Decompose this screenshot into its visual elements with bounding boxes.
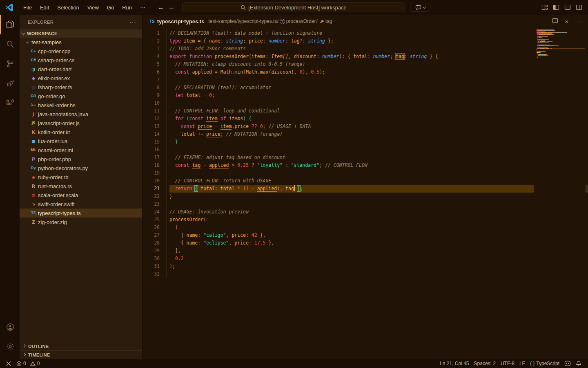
- cursor-position[interactable]: Ln 21, Col 45: [437, 359, 471, 368]
- toggle-secondary-sidebar-icon[interactable]: [576, 4, 582, 11]
- customize-layout-icon[interactable]: [541, 4, 548, 11]
- code-line-6[interactable]: 6 const applied = Math.min(Math.max(disc…: [143, 68, 588, 76]
- file-row-java-annotations.java[interactable]: Jjava-annotations.java: [20, 110, 142, 119]
- code-line-19[interactable]: 19: [143, 169, 588, 177]
- source-control-icon[interactable]: [0, 54, 20, 74]
- close-tab-icon[interactable]: ×: [565, 18, 568, 25]
- code-line-15[interactable]: 15 }: [143, 138, 588, 146]
- file-row-python-decorators.py[interactable]: Pypython-decorators.py: [20, 164, 142, 173]
- copilot-button[interactable]: [410, 3, 430, 12]
- file-row-go-order.go[interactable]: GOgo-order.go: [20, 92, 142, 101]
- code-line-17[interactable]: 17 // FIXEME: adjust tag based on discou…: [143, 154, 588, 162]
- code-line-3[interactable]: 3// TODO: add JSDoc comments: [143, 45, 588, 53]
- file-row-zig-order.zig[interactable]: Zzig-order.zig: [20, 218, 142, 227]
- code-line-9[interactable]: 9 let total = 0;: [143, 92, 588, 99]
- accounts-icon[interactable]: [0, 317, 20, 337]
- code-line-16[interactable]: 16: [143, 146, 588, 154]
- folder-row-test-samples[interactable]: test-samples: [20, 38, 142, 47]
- indentation-setting[interactable]: Spaces: 2: [472, 359, 498, 368]
- search-icon[interactable]: [0, 34, 20, 54]
- file-row-swift-order.swift[interactable]: ↘swift-order.swift: [20, 200, 142, 209]
- code-line-26[interactable]: 26 [: [143, 224, 588, 231]
- code-line-29[interactable]: 29 ],: [143, 247, 588, 255]
- breadcrumb-symbol[interactable]: processOrder: [286, 18, 316, 24]
- menu-[interactable]: ⋯: [136, 3, 149, 12]
- explorer-more-actions-icon[interactable]: ···: [129, 19, 136, 25]
- language-mode[interactable]: { } TypeScript: [528, 359, 562, 368]
- extensions-icon[interactable]: [0, 93, 20, 113]
- code-line-2[interactable]: 2type Item = { name: string; price: numb…: [143, 37, 588, 45]
- menu-run[interactable]: Run: [118, 3, 136, 12]
- code-line-31[interactable]: 31);: [143, 263, 588, 270]
- menu-edit[interactable]: Edit: [36, 3, 53, 12]
- code-line-14[interactable]: 14 total += price; // MUTATION (orange): [143, 130, 588, 138]
- run-debug-icon[interactable]: [0, 74, 20, 93]
- file-row-php-order.php[interactable]: Pphp-order.php: [20, 155, 142, 164]
- code-line-7[interactable]: 7: [143, 76, 588, 84]
- code-line-20[interactable]: 20 // CONTROL FLOW: return with USAGE: [143, 177, 588, 185]
- workspace-section-header[interactable]: WORKSPACE: [20, 29, 142, 38]
- menu-file[interactable]: File: [19, 3, 36, 12]
- file-row-fsharp-order.fs[interactable]: ◇fsharp-order.fs: [20, 83, 142, 92]
- feedback-face-icon[interactable]: [562, 359, 573, 368]
- code-line-23[interactable]: 23: [143, 200, 588, 208]
- file-row-javascript-order.js[interactable]: JSjavascript-order.js: [20, 119, 142, 128]
- code-line-13[interactable]: 13 const price = item.price ?? 0; // USA…: [143, 123, 588, 130]
- code-editor[interactable]: 1// DECLARATION (teal): data model + fun…: [143, 28, 588, 359]
- code-line-11[interactable]: 11 // CONTROL FLOW: loop and conditional: [143, 107, 588, 115]
- encoding-setting[interactable]: UTF-8: [498, 359, 517, 368]
- go-forward-icon[interactable]: →: [168, 4, 175, 11]
- explorer-icon[interactable]: [0, 15, 20, 34]
- active-tab-label[interactable]: typescript-types.ts: [157, 18, 205, 25]
- code-line-12[interactable]: 12 for (const item of items) {: [143, 115, 588, 123]
- code-line-1[interactable]: 1// DECLARATION (teal): data model + fun…: [143, 29, 588, 37]
- problems-indicator[interactable]: 0 0: [14, 359, 42, 368]
- copilot-chat-icon: [415, 5, 421, 10]
- code-line-24[interactable]: 24// USAGE: invocation preview: [143, 208, 588, 216]
- minimap[interactable]: [537, 29, 585, 60]
- code-line-4[interactable]: 4export function processOrder(items: Ite…: [143, 53, 588, 61]
- file-row-scala-order.scala[interactable]: ≡scala-order.scala: [20, 191, 142, 200]
- breadcrumb-path[interactable]: test-samples/typescript-types.ts/: [208, 18, 278, 24]
- code-line-25[interactable]: 25processOrder(: [143, 216, 588, 224]
- code-line-21[interactable]: 21 return { total: total * (1 - applied)…: [143, 185, 588, 193]
- file-row-haskell-order.hs[interactable]: λ=haskell-order.hs: [20, 101, 142, 110]
- code-line-18[interactable]: 18 const tag = applied > 0.25 ? "loyalty…: [143, 162, 588, 169]
- file-row-kotlin-order.kt[interactable]: Kkotlin-order.kt: [20, 128, 142, 137]
- menu-selection[interactable]: Selection: [53, 3, 83, 12]
- menu-go[interactable]: Go: [103, 3, 118, 12]
- remote-indicator-icon[interactable]: [3, 359, 14, 368]
- settings-gear-icon[interactable]: [0, 337, 20, 357]
- code-line-27[interactable]: 27 { name: "caligo", price: 42 },: [143, 231, 588, 239]
- file-row-ruby-order.rb[interactable]: ◆ruby-order.rb: [20, 173, 142, 182]
- file-row-csharp-order.cs[interactable]: C#csharp-order.cs: [20, 56, 142, 65]
- file-row-typescript-types.ts[interactable]: TStypescript-types.ts: [20, 209, 142, 218]
- code-line-5[interactable]: 5 // MUTATION: clamp discount into 0-0.5…: [143, 61, 588, 68]
- outline-section-header[interactable]: OUTLINE: [20, 342, 142, 350]
- file-label: javascript-order.js: [38, 120, 80, 126]
- menu-view[interactable]: View: [83, 3, 103, 12]
- file-row-ocaml-order.ml[interactable]: MLocaml-order.ml: [20, 146, 142, 155]
- editor-more-actions-icon[interactable]: ···: [575, 18, 581, 25]
- code-line-32[interactable]: 32: [143, 270, 588, 278]
- toggle-primary-sidebar-icon[interactable]: [553, 4, 559, 11]
- breadcrumb-member[interactable]: tag: [325, 18, 332, 24]
- notifications-bell-icon[interactable]: [573, 359, 584, 368]
- code-line-8[interactable]: 8 // DECLARATION (teal): accumulator: [143, 84, 588, 92]
- split-editor-icon[interactable]: [552, 18, 558, 25]
- breadcrumb[interactable]: test-samples/typescript-types.ts/ T proc…: [208, 18, 332, 24]
- go-back-icon[interactable]: ←: [158, 4, 164, 11]
- eol-setting[interactable]: LF: [517, 359, 528, 368]
- timeline-section-header[interactable]: TIMELINE: [20, 350, 142, 359]
- file-row-dart-order.dart[interactable]: ◑dart-order.dart: [20, 65, 142, 74]
- command-center-search[interactable]: [Extension Development Host] workspace: [182, 2, 405, 12]
- code-line-28[interactable]: 28 { name: "eclipse", price: 17.5 },: [143, 239, 588, 247]
- code-line-30[interactable]: 30 0.2: [143, 255, 588, 263]
- code-line-10[interactable]: 10: [143, 99, 588, 107]
- toggle-panel-icon[interactable]: [564, 4, 571, 11]
- file-row-rust-macros.rs[interactable]: Rrust-macros.rs: [20, 182, 142, 191]
- code-line-22[interactable]: 22}: [143, 193, 588, 200]
- file-row-elixir-order.ex[interactable]: ◆elixir-order.ex: [20, 74, 142, 83]
- file-row-lua-order.lua[interactable]: ●lua-order.lua: [20, 137, 142, 146]
- file-row-cpp-order.cpp[interactable]: C+cpp-order.cpp: [20, 47, 142, 56]
